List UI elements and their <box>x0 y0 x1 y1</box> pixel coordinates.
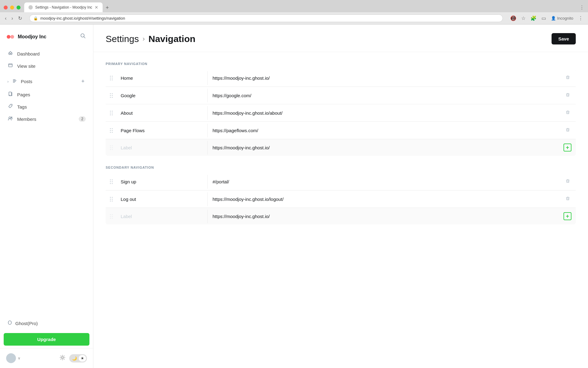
nav-label-input[interactable] <box>116 89 208 102</box>
new-nav-url-input[interactable] <box>208 141 559 155</box>
tab-favicon <box>28 5 33 10</box>
svg-point-0 <box>7 35 10 39</box>
cast-icon[interactable]: 📵 <box>509 14 518 22</box>
new-nav-row: + <box>106 139 576 156</box>
sidebar-browser-icon[interactable]: ▭ <box>540 14 547 22</box>
browser-toolbar: ‹ › ↻ 🔒 moodjoy-inc.ghost.io/ghost/#/set… <box>0 12 588 24</box>
ghost-icon <box>7 320 12 326</box>
incognito-icon: 👤 <box>551 16 556 21</box>
tab-title: Settings - Navigation - Moodjoy Inc <box>35 5 92 10</box>
refresh-button[interactable]: ↻ <box>16 14 24 22</box>
drag-handle[interactable] <box>106 124 116 137</box>
breadcrumb-settings: Settings <box>106 34 139 44</box>
svg-rect-8 <box>9 92 11 96</box>
nav-url-input[interactable] <box>208 106 560 120</box>
breadcrumb-arrow-icon: › <box>142 35 145 43</box>
theme-sun-option[interactable]: ☀ <box>79 355 86 362</box>
table-row <box>106 87 576 104</box>
nav-label-input[interactable] <box>116 124 208 137</box>
new-secondary-label-input[interactable] <box>116 209 208 223</box>
sidebar-header: Moodjoy Inc <box>0 25 93 48</box>
svg-point-9 <box>11 105 12 106</box>
delete-row-button[interactable] <box>564 195 571 203</box>
incognito-button[interactable]: 👤 Incognito <box>550 15 575 22</box>
brand-logo <box>6 33 15 41</box>
nav-label-input[interactable] <box>116 175 208 189</box>
drag-handle[interactable] <box>106 106 116 120</box>
ghost-pro-label: Ghost(Pro) <box>15 321 38 326</box>
window-minimize[interactable] <box>10 6 14 10</box>
theme-moon-option[interactable]: 🌙 <box>70 355 79 362</box>
drag-handle[interactable] <box>106 89 116 102</box>
sidebar-item-ghost-pro[interactable]: Ghost(Pro) <box>4 317 89 329</box>
search-button[interactable] <box>79 32 87 41</box>
sidebar-item-view-site[interactable]: View site <box>4 60 89 72</box>
new-nav-label-input[interactable] <box>116 141 208 155</box>
sidebar-item-members[interactable]: Members 2 <box>4 113 89 125</box>
sidebar-item-dashboard[interactable]: Dashboard <box>4 48 89 60</box>
extensions-icon[interactable]: 🧩 <box>529 14 538 22</box>
save-button[interactable]: Save <box>552 33 576 44</box>
svg-rect-4 <box>9 53 10 55</box>
upgrade-button[interactable]: Upgrade <box>4 333 89 346</box>
nav-label-input[interactable] <box>116 71 208 85</box>
nav-action <box>560 104 576 121</box>
drag-handle[interactable] <box>106 175 116 188</box>
page-header: Settings › Navigation Save <box>93 25 588 52</box>
delete-row-button[interactable] <box>564 91 571 100</box>
nav-url-input[interactable] <box>208 89 560 102</box>
delete-row-button[interactable] <box>564 74 571 82</box>
posts-left: Posts <box>12 79 76 84</box>
bookmark-icon[interactable]: ☆ <box>520 14 527 22</box>
nav-url-input[interactable] <box>208 71 560 85</box>
user-menu[interactable]: ∨ <box>6 353 21 363</box>
nav-label-input[interactable] <box>116 192 208 206</box>
add-primary-nav-button[interactable]: + <box>564 144 571 151</box>
forward-button[interactable]: › <box>9 14 15 22</box>
new-secondary-nav-row: + <box>106 208 576 224</box>
theme-toggle[interactable]: 🌙 ☀ <box>69 354 87 362</box>
primary-nav-label: PRIMARY NAVIGATION <box>106 62 576 66</box>
footer-actions: 🌙 ☀ <box>59 354 87 362</box>
page-title: Navigation <box>149 34 195 44</box>
nav-label-input[interactable] <box>116 106 208 120</box>
window-maximize[interactable] <box>17 6 21 10</box>
view-site-icon <box>7 63 13 69</box>
nav-url-input[interactable] <box>208 124 560 137</box>
new-secondary-url-input[interactable] <box>208 209 559 223</box>
browser-menu-button[interactable]: ⋮ <box>577 14 584 22</box>
sidebar-item-tags[interactable]: Tags <box>4 101 89 113</box>
nav-action: + <box>559 139 576 156</box>
address-bar[interactable]: 🔒 moodjoy-inc.ghost.io/ghost/#/settings/… <box>29 14 503 22</box>
new-tab-button[interactable]: + <box>103 3 111 12</box>
members-badge: 2 <box>79 116 86 122</box>
add-post-button[interactable]: + <box>80 78 86 85</box>
brand-name: Moodjoy Inc <box>18 34 46 40</box>
breadcrumb: Settings › Navigation <box>106 34 195 44</box>
browser-tab[interactable]: Settings - Navigation - Moodjoy Inc ✕ <box>24 2 103 12</box>
pages-label: Pages <box>17 92 86 97</box>
nav-url-input[interactable] <box>208 192 560 206</box>
delete-row-button[interactable] <box>564 177 571 186</box>
posts-chevron-icon: › <box>7 79 9 84</box>
delete-row-button[interactable] <box>564 126 571 135</box>
user-chevron-icon: ∨ <box>18 356 21 360</box>
tags-label: Tags <box>17 104 86 109</box>
svg-rect-12 <box>8 321 11 324</box>
back-button[interactable]: ‹ <box>3 14 8 22</box>
app-container: Moodjoy Inc Dashboard View site <box>0 25 588 368</box>
add-secondary-nav-button[interactable]: + <box>564 212 571 220</box>
tab-close-button[interactable]: ✕ <box>95 5 98 10</box>
primary-navigation-section: PRIMARY NAVIGATION <box>106 62 576 156</box>
settings-gear-button[interactable] <box>59 355 66 362</box>
nav-action: + <box>559 208 576 224</box>
window-close[interactable] <box>4 6 8 10</box>
sidebar-item-posts[interactable]: › Posts + <box>4 75 89 88</box>
sidebar-item-pages[interactable]: Pages <box>4 88 89 101</box>
primary-nav-table: + <box>106 69 576 156</box>
nav-url-input[interactable] <box>208 175 560 189</box>
delete-row-button[interactable] <box>564 109 571 117</box>
drag-handle[interactable] <box>106 193 116 206</box>
browser-more-icon[interactable]: ⋮ <box>579 5 584 10</box>
drag-handle[interactable] <box>106 71 116 85</box>
